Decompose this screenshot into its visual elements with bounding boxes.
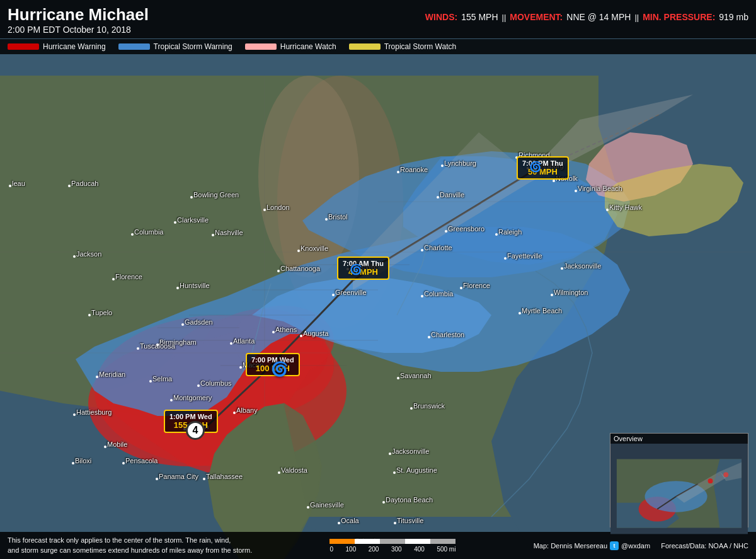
city-dot-albany — [233, 412, 236, 414]
hurricane-symbol-3: 🌀 — [350, 263, 362, 275]
disclaimer: This forecast track only applies to the … — [8, 536, 252, 555]
twitter-handle: @wxdam — [621, 542, 650, 550]
city-dot-jacksonville — [561, 267, 563, 270]
city-dot-kitty-hawk — [606, 209, 609, 211]
scale-block: 0 100 200 300 400 500 mi — [329, 539, 455, 553]
forecast-box-4: 7:00 PM Thu 50 MPH — [517, 156, 569, 180]
city-dot-columbia — [131, 233, 134, 236]
scale-segment-2 — [380, 539, 405, 544]
forecast-time-4: 7:00 PM Thu — [522, 159, 563, 167]
pressure-value: 919 mb — [719, 12, 748, 22]
city-dot-chattanooga — [277, 270, 280, 272]
attribution: Map: Dennis Mersereau t @wxdam Forecast/… — [534, 541, 748, 550]
scale-200: 200 — [369, 546, 379, 553]
legend-tropical-storm-watch: Tropical Storm Watch — [349, 42, 456, 51]
city-dot-fayetteville — [504, 257, 507, 260]
city-dot-danville — [437, 196, 439, 199]
city-dot-jacksonville — [389, 452, 391, 455]
overview-title: Overview — [610, 434, 748, 444]
city-dot-mobile — [104, 446, 106, 448]
city-dot-columbia — [421, 295, 423, 297]
map-container: RoanokeLynchburgRichmondPetersburgNorfol… — [0, 0, 756, 559]
datetime: 2:00 PM EDT October 10, 2018 — [8, 25, 149, 35]
city-dot-clarksville — [174, 221, 176, 224]
city-dot-florence — [112, 278, 115, 280]
forecast-time-3: 7:00 AM Thu — [343, 260, 384, 267]
city-dot-athens — [272, 331, 275, 333]
city-dot-charlotte — [421, 249, 423, 251]
city-dot-hattiesburg — [73, 413, 76, 416]
scale-segment-1 — [355, 539, 380, 544]
city-dot-bristol — [325, 218, 328, 221]
city-dot-atlanta — [230, 342, 232, 345]
city-dot-savannah — [397, 377, 399, 379]
city-dot-tallahassee — [203, 478, 205, 480]
forecast-time-1: 1:00 PM Wed — [169, 413, 212, 420]
scale-0: 0 — [329, 546, 333, 553]
forecast-speed-3: 45 MPH — [343, 267, 384, 277]
city-dot-greenville — [332, 294, 335, 296]
city-dot-ocala — [338, 522, 340, 524]
city-dot-charleston — [428, 336, 430, 338]
legend-hurricane-warning: Hurricane Warning — [8, 42, 106, 51]
legend-bar: Hurricane Warning Tropical Storm Warning… — [0, 39, 756, 54]
city-dot-columbus — [197, 384, 200, 387]
legend-tropical-storm-warning-label: Tropical Storm Warning — [154, 42, 232, 51]
city-dot-nashville — [212, 234, 214, 236]
pressure-label: MIN. PRESSURE: — [643, 12, 715, 22]
city-dot-knoxville — [297, 250, 300, 252]
city-dot-tupelo — [88, 314, 91, 316]
forecast-box-3: 7:00 AM Thu 45 MPH — [337, 256, 389, 280]
scale-400: 400 — [414, 546, 425, 553]
category-badge: 4 — [186, 421, 205, 440]
city-dot-gadsden — [181, 323, 184, 326]
city-dot-paducah — [68, 185, 71, 187]
city-dot-selma — [149, 380, 152, 383]
scale-300: 300 — [391, 546, 402, 553]
svg-point-28 — [708, 478, 713, 483]
city-dot-tuscaloosa — [137, 347, 139, 350]
movement-value: NNE @ 14 MPH — [566, 12, 631, 22]
winds-label: WINDS: — [425, 12, 457, 22]
city-dot-montgomery — [170, 399, 173, 401]
city-dot-wilmington — [551, 294, 553, 296]
legend-tropical-storm-warning: Tropical Storm Warning — [118, 42, 232, 51]
hurricane-watch-swatch — [245, 43, 277, 50]
scale-500: 500 mi — [437, 546, 455, 553]
city-dot-london — [263, 209, 266, 211]
scale-segment-3 — [405, 539, 430, 544]
twitter-icon: t — [610, 541, 619, 550]
city-dot-panama-city — [156, 478, 158, 480]
legend-hurricane-watch-label: Hurricane Watch — [280, 42, 336, 51]
city-dot-raleigh — [495, 233, 498, 236]
attribution-map: Map: Dennis Mersereau — [534, 542, 607, 550]
city-dot-lynchburg — [441, 164, 444, 167]
city-dot-st.-augustine — [393, 471, 396, 474]
city-dot-greensboro — [445, 230, 447, 233]
legend-hurricane-watch: Hurricane Watch — [245, 42, 336, 51]
scale-100: 100 — [346, 546, 357, 553]
hurricane-warning-swatch — [8, 43, 39, 50]
tropical-storm-watch-swatch — [349, 43, 381, 50]
city-dot-leau — [9, 185, 11, 187]
city-dot-macon — [239, 366, 242, 369]
city-dot-daytona-beach — [382, 501, 385, 504]
city-dot-roanoke — [397, 171, 399, 173]
divider-1: || — [502, 13, 507, 22]
city-dot-meridian — [96, 376, 98, 378]
city-dot-jackson — [73, 255, 76, 258]
legend-hurricane-warning-label: Hurricane Warning — [43, 42, 106, 51]
forecast-speed-4: 50 MPH — [522, 167, 563, 176]
city-dot-brunswick — [410, 407, 413, 410]
city-dot-norfolk — [553, 180, 555, 182]
divider-2: || — [634, 13, 639, 22]
legend-tropical-storm-watch-label: Tropical Storm Watch — [384, 42, 456, 51]
scale-segment-0 — [329, 539, 355, 544]
city-dot-pensacola — [122, 462, 125, 464]
city-dot-florence — [460, 287, 462, 289]
header: Hurricane Michael 2:00 PM EDT October 10… — [0, 0, 756, 38]
city-dot-gainesville — [307, 506, 309, 509]
city-dot-bowling-green — [190, 196, 193, 199]
city-dot-birmingham — [156, 343, 159, 346]
overview-inset: Overview — [610, 433, 748, 527]
